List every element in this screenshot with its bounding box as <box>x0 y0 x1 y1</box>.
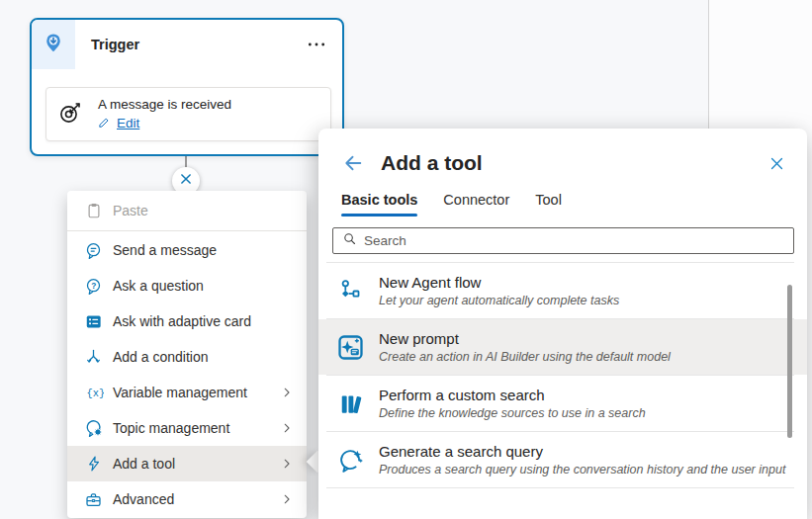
menu-item-add-a-condition[interactable]: Add a condition <box>67 339 307 375</box>
menu-item-label: Ask a question <box>113 278 204 294</box>
menu-item-label: Topic management <box>113 420 229 436</box>
panel-tabs: Basic toolsConnectorTool <box>341 192 807 216</box>
chevron-right-icon <box>279 456 295 472</box>
menu-item-send-a-message[interactable]: Send a message <box>67 232 307 268</box>
search-input[interactable] <box>364 233 793 248</box>
topic-management-icon <box>83 418 104 438</box>
menu-item-paste: Paste <box>67 192 307 229</box>
menu-item-advanced[interactable]: Advanced <box>67 481 307 517</box>
trigger-node[interactable]: Trigger A message is received <box>30 18 344 156</box>
tool-title: New prompt <box>379 330 671 347</box>
add-tool-panel: Add a tool Basic toolsConnectorTool New … <box>318 129 807 519</box>
menu-item-ask-with-adaptive-card[interactable]: Ask with adaptive card <box>67 303 307 339</box>
search-icon <box>342 231 357 250</box>
tool-description: Let your agent automatically complete ta… <box>379 294 619 307</box>
svg-text:?: ? <box>91 280 96 290</box>
menu-item-label: Add a tool <box>113 456 175 472</box>
tool-item-perform-a-custom-search[interactable]: Perform a custom searchDefine the knowle… <box>318 376 807 431</box>
tool-list: New Agent flowLet your agent automatical… <box>318 262 807 488</box>
tab-label: Tool <box>535 192 562 208</box>
custom-search-icon <box>334 391 366 416</box>
menu-item-label: Send a message <box>113 242 217 258</box>
adaptive-card-icon <box>83 312 104 331</box>
tool-description: Produces a search query using the conver… <box>379 463 785 476</box>
tool-description: Create an action in AI Builder using the… <box>379 350 671 364</box>
trigger-event-card[interactable]: A message is received Edit <box>45 87 331 141</box>
trigger-icon-cell <box>32 20 75 69</box>
svg-text:{x}: {x} <box>86 388 104 399</box>
search-box[interactable] <box>332 227 794 254</box>
x-icon <box>179 172 193 190</box>
tab-label: Connector <box>443 192 509 208</box>
menu-item-topic-management[interactable]: Topic management <box>67 410 307 446</box>
menu-item-label: Paste <box>113 203 148 218</box>
panel-title: Add a tool <box>381 151 483 175</box>
pencil-icon <box>98 115 112 132</box>
active-tab-underline <box>341 214 417 216</box>
trigger-title: Trigger <box>91 37 139 52</box>
paste-icon <box>83 202 104 219</box>
advanced-icon <box>83 490 104 509</box>
menu-item-variable-management[interactable]: {x}Variable management <box>67 375 307 410</box>
tool-item-generate-a-search-query[interactable]: Generate a search queryProduces a search… <box>318 432 807 487</box>
menu-divider <box>67 230 307 231</box>
menu-item-label: Add a condition <box>113 349 209 365</box>
copilot-studio-canvas: Trigger A message is received <box>0 0 812 519</box>
chevron-right-icon <box>279 420 295 436</box>
tool-title: Generate a search query <box>379 443 785 460</box>
menu-item-label: Advanced <box>113 491 174 507</box>
scrollbar-thumb[interactable] <box>787 285 792 438</box>
panel-header: Add a tool <box>318 129 807 176</box>
tab-label: Basic tools <box>341 192 417 208</box>
menu-item-ask-a-question[interactable]: ?Ask a question <box>67 268 307 303</box>
menu-item-label: Variable management <box>113 385 247 400</box>
close-panel-button[interactable] <box>767 153 787 174</box>
menu-item-add-a-tool[interactable]: Add a tool <box>67 446 307 481</box>
tool-title: New Agent flow <box>379 274 619 291</box>
new-prompt-icon <box>334 334 366 361</box>
tool-item-new-prompt[interactable]: New promptCreate an action in AI Builder… <box>318 319 807 375</box>
menu-item-label: Ask with adaptive card <box>113 313 251 329</box>
send-message-icon <box>83 241 104 260</box>
chevron-right-icon <box>279 385 295 400</box>
more-options-button[interactable] <box>303 37 330 52</box>
tool-description: Define the knowledge sources to use in a… <box>379 406 646 420</box>
agent-flow-icon <box>334 279 366 303</box>
list-separator <box>326 487 794 488</box>
trigger-event-title: A message is received <box>98 97 231 112</box>
ask-question-icon: ? <box>83 277 104 296</box>
tab-tool[interactable]: Tool <box>535 192 562 216</box>
target-icon <box>58 101 82 129</box>
chevron-right-icon <box>279 491 295 507</box>
add-tool-icon <box>83 455 104 473</box>
trigger-icon <box>43 32 64 57</box>
variable-management-icon: {x} <box>83 383 104 402</box>
trigger-header: Trigger <box>32 20 342 69</box>
tab-basic-tools[interactable]: Basic tools <box>341 192 417 216</box>
add-node-context-menu: PasteSend a message?Ask a questionAsk wi… <box>67 191 307 518</box>
add-condition-icon <box>83 348 104 367</box>
back-button[interactable] <box>340 150 366 176</box>
tool-title: Perform a custom search <box>379 387 646 403</box>
edit-link[interactable]: Edit <box>117 116 139 130</box>
tab-connector[interactable]: Connector <box>443 192 509 216</box>
search-query-icon <box>334 447 366 473</box>
tool-item-new-agent-flow[interactable]: New Agent flowLet your agent automatical… <box>318 263 807 318</box>
